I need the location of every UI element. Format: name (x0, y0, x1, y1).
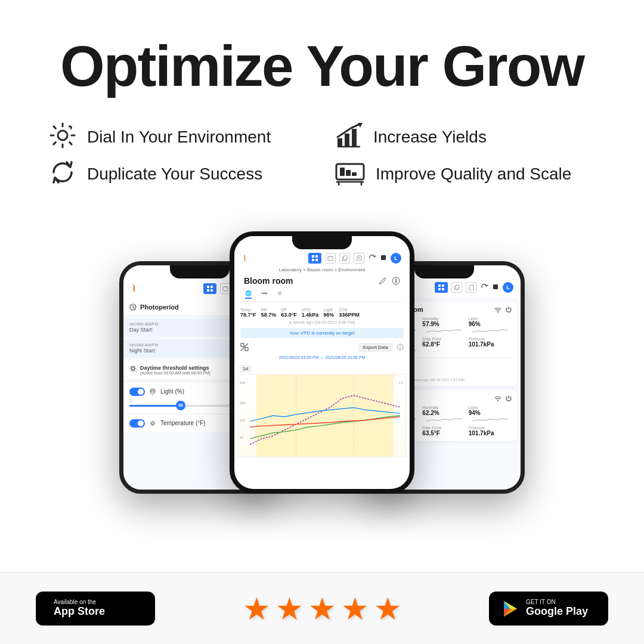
notch-left (170, 265, 230, 278)
slider-thumb: 40 (176, 401, 185, 410)
power-icon (505, 306, 512, 313)
screen-center: ⌇ (234, 236, 410, 489)
r-dew-label: Dew Point (422, 337, 466, 341)
center-logo: ⌇ (243, 253, 247, 263)
t-light-value: 94% (469, 410, 512, 416)
svg-rect-29 (312, 255, 314, 258)
tab-globe[interactable]: 🌐 (245, 290, 252, 299)
star-3: ★ (308, 593, 336, 624)
phones-section: ⌇ (0, 208, 644, 494)
power-icon2 (505, 395, 512, 402)
svg-rect-31 (312, 259, 314, 261)
svg-rect-11 (352, 172, 357, 176)
edit-icon[interactable] (379, 277, 387, 285)
right-nav-copy (451, 282, 462, 293)
r-humidity-label: Humidity (422, 317, 466, 321)
dp-value: 63.0°F (281, 312, 297, 318)
star-2: ★ (275, 593, 304, 624)
svg-rect-33 (328, 256, 333, 261)
svg-point-50 (400, 345, 400, 346)
clock-icon (129, 304, 137, 311)
right-user-avatar: L (503, 282, 513, 293)
google-play-button[interactable]: GET IT ON Google Play (489, 592, 608, 626)
t-pressure-value: 101.7kPa (469, 430, 512, 436)
svg-rect-4 (345, 134, 349, 147)
humidity-sparkline (422, 327, 466, 335)
vpd-status: Your VPD is currently on target (240, 328, 404, 338)
day-start-field-label: Day Start: (129, 327, 153, 333)
rh-value: 58.7% (261, 312, 277, 318)
dp-label: DP (281, 308, 297, 312)
main-title: Optimize Your Grow (0, 17, 644, 98)
r-pressure-label: Pressure (469, 337, 512, 341)
svg-point-27 (151, 390, 154, 392)
svg-rect-61 (442, 288, 444, 290)
export-btn[interactable]: Export Data (358, 343, 393, 352)
t-pressure-label: Pressure (469, 426, 512, 430)
info-chart-icon (397, 343, 404, 351)
google-play-big-text: Google Play (526, 605, 588, 618)
breadcrumb-center: Laboratory > Bloom room > Environment (239, 266, 405, 274)
svg-line-47 (241, 343, 248, 351)
r-pressure-value: 101.7kPa (469, 341, 512, 348)
refresh-center-icon (368, 254, 376, 262)
svg-point-44 (395, 278, 396, 278)
date-range: 2021/08/24 03:00 PM — 2021/08/25 03:00 P… (234, 354, 410, 361)
refresh-icon (48, 159, 78, 190)
stars-rating: ★ ★ ★ ★ ★ (243, 593, 402, 624)
light-field-label: Light (%) (160, 388, 184, 395)
vpd-value: 1.4kPa (302, 312, 319, 318)
r-humidity-value: 57.9% (422, 321, 466, 327)
svg-rect-17 (207, 289, 209, 292)
svg-point-26 (132, 367, 135, 370)
light-toggle[interactable] (129, 388, 145, 396)
svg-rect-18 (210, 289, 213, 292)
info-icon[interactable] (392, 277, 400, 285)
google-play-icon (501, 599, 520, 618)
bottom-bar: Available on the App Store ★ ★ ★ ★ ★ GET… (0, 572, 644, 644)
app-store-small-text: Available on the (54, 599, 105, 605)
feature-yields-text: Increase Yields (373, 128, 487, 147)
svg-text:640: 640 (240, 380, 246, 384)
svg-rect-15 (207, 286, 209, 288)
feature-dial-in-text: Dial In Your Environment (87, 128, 271, 147)
app-store-button[interactable]: Available on the App Store (36, 592, 155, 626)
center-tabs: 🌐 〰️ ⚙ (239, 288, 405, 302)
co2-value: 336PPM (339, 312, 360, 318)
svg-point-0 (58, 131, 67, 140)
temp-label: Temp (240, 308, 256, 312)
rh-label: RH (261, 308, 277, 312)
scale-icon (334, 159, 366, 189)
svg-rect-65 (493, 284, 498, 289)
light-label: Light (323, 308, 334, 312)
notch-right (414, 265, 474, 278)
svg-point-28 (151, 422, 154, 425)
star-1: ★ (243, 593, 271, 624)
star-4: ★ (341, 593, 369, 624)
svg-rect-59 (442, 284, 444, 287)
user-avatar: L (391, 253, 401, 264)
svg-rect-16 (210, 286, 213, 288)
period-btn[interactable]: 1d (239, 365, 252, 373)
threshold-label: Daytime threshold settings (140, 365, 210, 371)
t-humidity-sparkline (422, 416, 466, 423)
flag-center-icon (380, 255, 387, 262)
t-light-sparkline (469, 416, 512, 423)
t-light-label: Light (469, 405, 512, 410)
notch-center (292, 236, 352, 249)
expand-icon[interactable] (240, 343, 249, 351)
co2-label: CO2 (339, 308, 360, 312)
svg-rect-58 (438, 284, 441, 287)
svg-rect-19 (223, 287, 228, 291)
temp-toggle[interactable] (129, 419, 145, 428)
r-dew-value: 62.8°F (422, 341, 466, 348)
svg-rect-37 (343, 256, 347, 260)
features-section: Dial In Your Environment Increase Yields (0, 104, 644, 196)
photoperiod-title: Photoperiod (140, 304, 179, 311)
chart-icon (334, 122, 364, 153)
svg-rect-32 (315, 259, 318, 261)
tab-gear[interactable]: ⚙ (277, 290, 282, 299)
tab-wave[interactable]: 〰️ (261, 290, 268, 299)
svg-text:100: 100 (240, 418, 246, 422)
flag-right-icon (492, 284, 499, 291)
